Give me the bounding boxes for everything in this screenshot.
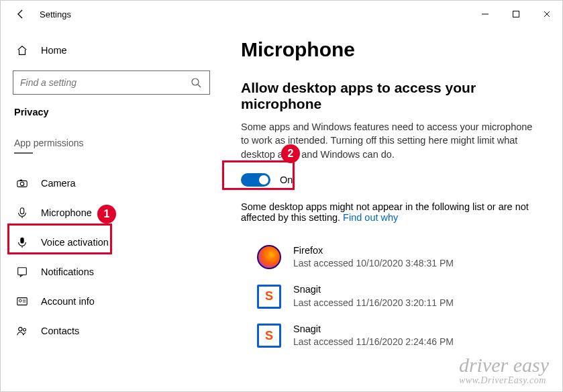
maximize-button[interactable] (501, 4, 531, 24)
watermark-url: www.DriverEasy.com (459, 375, 549, 386)
camera-icon (15, 177, 29, 190)
microphone-icon (15, 206, 29, 219)
sidebar-item-account-info[interactable]: Account info (13, 287, 210, 316)
toggle-row: On (241, 173, 544, 187)
svg-line-3 (198, 85, 201, 87)
firefox-icon (257, 245, 281, 269)
sidebar-item-label: Account info (41, 296, 95, 307)
contacts-icon (15, 324, 29, 338)
sidebar-item-label: Voice activation (41, 237, 109, 248)
search-box[interactable] (13, 70, 210, 95)
find-out-why-link[interactable]: Find out why (343, 212, 398, 223)
snagit-icon: S (257, 285, 281, 309)
search-icon (189, 76, 203, 89)
note-text: Some desktop apps might not appear in th… (241, 201, 536, 223)
svg-point-11 (19, 299, 22, 302)
window-controls (470, 4, 562, 24)
svg-point-15 (23, 328, 26, 331)
sidebar-section-title: Privacy (14, 107, 210, 117)
voice-activation-icon (15, 236, 29, 249)
sidebar-item-label: Microphone (41, 207, 92, 218)
sidebar: Home Privacy App permissions Camera Micr… (1, 28, 222, 391)
app-last-accessed: Last accessed 11/16/2020 3:20:11 PM (293, 297, 454, 309)
sidebar-item-microphone[interactable]: Microphone (13, 198, 210, 228)
app-name: Snagit (293, 283, 454, 297)
toggle-state-label: On (280, 175, 293, 185)
svg-point-2 (192, 79, 199, 85)
svg-rect-1 (513, 11, 519, 17)
svg-rect-8 (20, 238, 23, 244)
app-last-accessed: Last accessed 11/16/2020 2:24:46 PM (293, 336, 454, 348)
home-icon (15, 44, 29, 57)
svg-rect-10 (17, 298, 27, 305)
svg-rect-7 (20, 208, 23, 214)
sidebar-item-label: Contacts (41, 326, 79, 336)
sidebar-item-label: Camera (41, 178, 76, 189)
sidebar-item-voice-activation[interactable]: Voice activation (13, 228, 210, 257)
section-description: Some apps and Windows features need to a… (241, 120, 536, 161)
section-title: Allow desktop apps to access your microp… (241, 80, 544, 112)
app-row: S Snagit Last accessed 11/16/2020 2:24:4… (241, 316, 544, 355)
sidebar-home-label: Home (41, 45, 67, 56)
svg-rect-9 (18, 268, 27, 275)
app-row: S Snagit Last accessed 11/16/2020 3:20:1… (241, 277, 544, 315)
svg-point-5 (20, 182, 23, 185)
sidebar-item-camera[interactable]: Camera (13, 168, 210, 198)
app-row: Firefox Last accessed 10/10/2020 3:48:31… (241, 238, 544, 277)
allow-desktop-apps-toggle[interactable] (241, 173, 270, 187)
window-title: Settings (40, 9, 71, 19)
svg-rect-6 (19, 180, 22, 181)
minimize-button[interactable] (470, 4, 501, 24)
search-input[interactable] (20, 77, 189, 88)
sidebar-home[interactable]: Home (13, 36, 210, 65)
app-last-accessed: Last accessed 10/10/2020 3:48:31 PM (293, 257, 454, 270)
sidebar-item-contacts[interactable]: Contacts (13, 316, 210, 346)
account-info-icon (15, 295, 29, 308)
main-panel: Microphone Allow desktop apps to access … (222, 28, 562, 391)
watermark: driver easy www.DriverEasy.com (459, 355, 549, 386)
sidebar-item-label: Notifications (41, 266, 94, 277)
back-button[interactable] (14, 7, 28, 21)
sidebar-group-label: App permissions (14, 138, 210, 148)
snagit-icon: S (257, 324, 281, 348)
notifications-icon (15, 265, 29, 279)
svg-point-14 (19, 328, 22, 331)
watermark-title: driver easy (459, 355, 549, 375)
close-button[interactable] (531, 4, 562, 24)
page-title: Microphone (241, 38, 544, 61)
app-name: Snagit (293, 323, 454, 336)
titlebar: Settings (1, 1, 562, 28)
sidebar-divider (14, 152, 33, 154)
app-name: Firefox (293, 244, 454, 258)
sidebar-item-notifications[interactable]: Notifications (13, 257, 210, 287)
